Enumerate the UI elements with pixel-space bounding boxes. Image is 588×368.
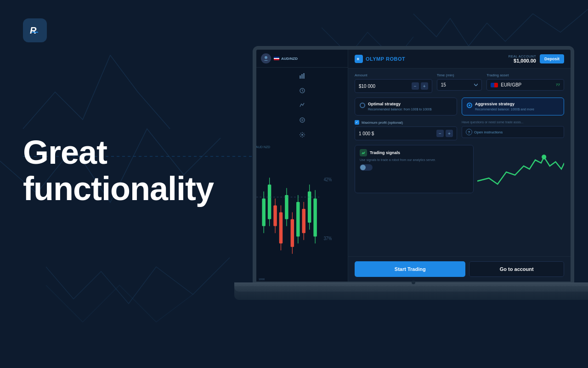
real-account-label: REAL ACCOUNT $1,000.00	[509, 55, 536, 63]
toggle-thumb	[360, 165, 366, 170]
open-instructions-button[interactable]: ? Open instructions	[462, 126, 564, 138]
time-value: 15	[441, 82, 446, 87]
signals-section: Trading signals Use signals to trade a r…	[355, 145, 474, 193]
go-to-account-button[interactable]: Go to account	[469, 261, 564, 277]
app-logo-icon: R	[23, 18, 47, 42]
max-profit-input[interactable]: 1 000 $ − +	[355, 126, 457, 140]
asset-select[interactable]: EUR/GBP 77	[486, 79, 564, 91]
chart-icon-settings[interactable]	[298, 130, 307, 139]
aggressive-strategy-info: Aggressive strategy Recommended balance:…	[475, 102, 534, 111]
keyboard-area	[234, 286, 588, 300]
optimal-strategy-radio[interactable]	[360, 103, 365, 108]
brand-logo: R OLYMP ROBOT	[355, 55, 405, 63]
svg-point-40	[542, 155, 546, 159]
asset-flag-icon	[491, 83, 498, 87]
form-row-top: Amount $10 000 − +	[355, 73, 564, 93]
trading-panel: R OLYMP ROBOT REAL ACCOUNT $1,000.00	[348, 50, 571, 282]
svg-point-4	[265, 56, 267, 59]
panel-header: R OLYMP ROBOT REAL ACCOUNT $1,000.00	[348, 50, 571, 69]
svg-line-10	[302, 91, 303, 92]
max-profit-text: Maximum profit (optional)	[362, 121, 403, 125]
signals-header: Trading signals	[360, 149, 469, 156]
account-type-label: REAL ACCOUNT	[509, 55, 536, 58]
signals-title: Trading signals	[370, 150, 400, 155]
candlestick-chart: 0.808 AUD NZD	[256, 143, 348, 282]
max-profit-increment[interactable]: +	[446, 130, 453, 137]
start-trading-button[interactable]: Start Trading	[355, 261, 465, 277]
headline: Great functionality	[23, 134, 271, 207]
signals-desc: Use signals to trade a robot from our an…	[360, 158, 469, 161]
signals-toggle[interactable]	[360, 164, 373, 171]
svg-point-14	[301, 134, 303, 136]
strategy-row: Optimal strategy Recommended balance: fr…	[355, 98, 564, 115]
optimal-strategy-desc: Recommended balance: from 100$ to 1000$	[368, 107, 432, 111]
svg-rect-6	[301, 74, 303, 79]
brand-icon: R	[355, 55, 363, 63]
time-label: Time (min)	[437, 73, 482, 77]
asset-percent: 77	[556, 83, 560, 87]
aggressive-strategy-title: Aggressive strategy	[475, 102, 534, 106]
chart-panel: AUD/NZD	[256, 50, 348, 282]
svg-text:R: R	[30, 25, 37, 35]
svg-rect-7	[303, 73, 305, 79]
headline-line1: Great	[23, 134, 271, 171]
amount-increment[interactable]: +	[421, 82, 428, 90]
max-profit-decrement[interactable]: −	[436, 130, 444, 137]
max-profit-checkbox[interactable]: ✓	[355, 120, 359, 125]
account-amount: $1,000.00	[509, 58, 536, 63]
amount-group: Amount $10 000 − +	[355, 73, 432, 93]
aggressive-strategy-radio[interactable]	[467, 103, 472, 108]
signals-row: Trading signals Use signals to trade a r…	[355, 145, 564, 193]
amount-value: $10 000	[359, 84, 375, 89]
headline-line2: functionality	[23, 171, 271, 207]
chart-icon-1[interactable]	[298, 71, 307, 80]
laptop-screen: AUD/NZD	[253, 46, 574, 285]
laptop-mockup: AUD/NZD	[234, 0, 588, 368]
chart-icon-4[interactable]	[298, 115, 307, 125]
amount-label: Amount	[355, 73, 432, 77]
signals-mini-chart	[477, 145, 564, 193]
svg-text:42%: 42%	[324, 177, 332, 182]
chart-icon-2[interactable]	[298, 86, 307, 95]
strategy-card-optimal[interactable]: Optimal strategy Recommended balance: fr…	[355, 98, 457, 115]
flag-icon	[274, 57, 279, 60]
panel-body: Amount $10 000 − +	[348, 69, 571, 256]
max-profit-row: ✓ Maximum profit (optional) 1 000 $ − +	[355, 120, 564, 140]
svg-rect-5	[300, 75, 301, 79]
max-profit-right: Have questions or need some trade assis.…	[462, 120, 564, 138]
time-group: Time (min) 15	[437, 73, 482, 93]
chart-sidebar-icons	[256, 68, 348, 143]
signals-icon	[360, 149, 367, 156]
max-profit-controls: − +	[436, 130, 453, 137]
svg-text:37%: 37%	[324, 236, 332, 241]
laptop-frame: AUD/NZD	[234, 46, 588, 322]
svg-rect-3	[32, 32, 38, 33]
laptop-notch	[412, 281, 415, 284]
pair-info: AUD/NZD	[274, 57, 298, 61]
max-profit-label: ✓ Maximum profit (optional)	[355, 120, 457, 125]
amount-controls: − +	[412, 82, 428, 90]
chart-header: AUD/NZD	[256, 50, 348, 68]
optimal-strategy-info: Optimal strategy Recommended balance: fr…	[368, 102, 432, 111]
deposit-button[interactable]: Deposit	[540, 54, 564, 63]
svg-text:R: R	[357, 58, 359, 61]
help-text: Have questions or need some trade assis.…	[462, 120, 564, 124]
chart-icon-3[interactable]	[298, 101, 307, 110]
max-profit-value: 1 000 $	[359, 131, 374, 136]
aggressive-strategy-desc: Recommended balance: 1000$ and more	[475, 107, 534, 111]
bottom-buttons: Start Trading Go to account	[348, 256, 571, 282]
amount-decrement[interactable]: −	[412, 82, 419, 90]
asset-group: Trading asset EUR/GBP 77	[486, 73, 564, 93]
currency-pair: AUD/NZD	[281, 57, 298, 61]
amount-input[interactable]: $10 000 − +	[355, 79, 432, 93]
time-select[interactable]: 15	[437, 79, 482, 91]
user-avatar	[261, 53, 271, 63]
chevron-down-icon	[474, 84, 478, 86]
asset-value: EUR/GBP	[501, 82, 521, 87]
strategy-card-aggressive[interactable]: Aggressive strategy Recommended balance:…	[462, 98, 564, 115]
asset-label: Trading asset	[486, 73, 564, 77]
help-icon: ?	[466, 129, 472, 135]
open-instructions-label: Open instructions	[474, 130, 503, 134]
max-profit-left: ✓ Maximum profit (optional) 1 000 $ − +	[355, 120, 457, 140]
logo-container: R	[23, 18, 271, 42]
